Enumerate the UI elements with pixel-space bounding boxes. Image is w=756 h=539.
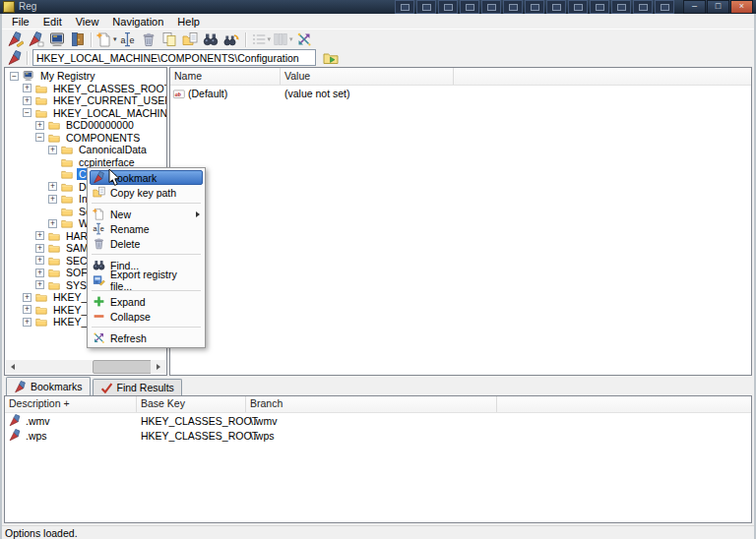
titlebar-tool-button[interactable] — [525, 0, 544, 14]
titlebar-tool-button[interactable] — [416, 0, 436, 14]
tree-toggle-plus[interactable]: + — [35, 269, 44, 277]
bookmark-row[interactable]: .wpsHKEY_CLASSES_ROOT\.wps — [5, 428, 751, 443]
tree-toggle-plus[interactable]: + — [23, 318, 32, 327]
tree-horizontal-scrollbar[interactable] — [6, 360, 165, 374]
dropdown-arrow-icon: ▾ — [268, 35, 272, 43]
tree-item-label: HKEY_LOCAL_MACHINE — [51, 107, 167, 119]
menu-navigation[interactable]: Navigation — [105, 16, 170, 28]
tree-item-hkey-current-user[interactable]: +HKEY_CURRENT_USER — [6, 94, 165, 107]
context-menu-export-registry-file[interactable]: Export registry file... — [90, 272, 203, 287]
column-header-value[interactable]: Value — [281, 68, 454, 85]
tree-toggle-plus[interactable]: + — [23, 293, 32, 302]
tree-toggle-plus[interactable]: + — [23, 305, 32, 314]
key-path-input[interactable] — [32, 49, 316, 66]
tree-toggle-minus[interactable]: − — [35, 133, 44, 142]
tool-icon — [487, 4, 496, 11]
tab-find-results[interactable]: Find Results — [93, 379, 182, 395]
rename-button[interactable]: ae — [118, 30, 139, 49]
columns-button[interactable]: ▾ — [272, 30, 294, 49]
copy-path-button[interactable] — [180, 30, 201, 49]
tree-toggle-plus[interactable]: + — [48, 195, 57, 204]
list-style-button[interactable]: ▾ — [250, 30, 273, 49]
exit-button[interactable] — [67, 30, 88, 49]
status-bar: Options loaded. — [2, 525, 754, 539]
titlebar-tool-button[interactable] — [611, 0, 631, 14]
minimize-button[interactable]: – — [683, 0, 706, 14]
menu-view[interactable]: View — [69, 16, 106, 28]
titlebar-tool-button[interactable] — [568, 0, 588, 14]
find-next-button[interactable] — [221, 30, 242, 49]
tree-item-components[interactable]: −COMPONENTS — [6, 132, 165, 145]
titlebar-tool-button[interactable] — [438, 0, 458, 14]
tree-toggle-plus[interactable]: + — [48, 182, 57, 191]
titlebar-tool-button[interactable] — [395, 0, 414, 14]
dart-icon — [93, 171, 105, 184]
maximize-icon: □ — [716, 1, 721, 11]
value-row[interactable]: ab(Default)(value not set) — [170, 86, 751, 101]
column-header-branch[interactable]: Branch — [246, 396, 497, 412]
refresh-button[interactable] — [294, 30, 315, 49]
column-header-base-key[interactable]: Base Key — [137, 396, 246, 412]
bookmark-row[interactable]: .wmvHKEY_CLASSES_ROOT\.wmv — [5, 413, 751, 428]
folder-icon — [47, 255, 61, 267]
menu-item-label: Refresh — [110, 332, 147, 344]
context-menu-rename[interactable]: aeRename — [90, 221, 203, 236]
context-menu-delete[interactable]: Delete — [90, 236, 203, 251]
copy-button[interactable] — [159, 30, 180, 49]
column-header-description[interactable]: Description + — [5, 396, 137, 412]
context-menu-new[interactable]: New — [90, 207, 203, 221]
tree-item-label: HKEY_CLASSES_ROOT — [51, 83, 167, 94]
tree-toggle-plus[interactable]: + — [35, 231, 44, 240]
tool-icon — [422, 4, 431, 11]
tree-toggle-plus[interactable]: + — [48, 146, 57, 154]
tree-item-bcd00000000[interactable]: +BCD00000000 — [6, 119, 165, 132]
tree-toggle-plus[interactable]: + — [35, 280, 44, 289]
tree-item-my-registry[interactable]: −My Registry — [6, 70, 165, 83]
tree-toggle-minus[interactable]: − — [10, 72, 19, 81]
close-button[interactable]: × — [730, 0, 753, 14]
context-menu-refresh[interactable]: Refresh — [90, 330, 203, 345]
tree-item-hkey-local-machine[interactable]: −HKEY_LOCAL_MACHINE — [6, 107, 165, 120]
edit-bookmarks-button[interactable] — [26, 30, 46, 49]
context-menu-collapse[interactable]: Collapse — [90, 309, 203, 324]
find-button[interactable] — [201, 30, 221, 49]
tree-item-hkey-classes-root[interactable]: +HKEY_CLASSES_ROOT — [6, 83, 165, 95]
titlebar-tool-button[interactable] — [633, 0, 653, 14]
registry-window-button[interactable] — [46, 30, 67, 49]
delete-button[interactable] — [139, 30, 159, 49]
context-menu-bookmark[interactable]: Bookmark — [90, 170, 203, 185]
titlebar-tool-button[interactable] — [655, 0, 674, 14]
list-style-icon — [251, 31, 267, 47]
tool-icon — [509, 4, 518, 11]
menu-file[interactable]: File — [5, 16, 36, 28]
context-menu-expand[interactable]: Expand — [90, 294, 203, 309]
tree-toggle-minus[interactable]: − — [23, 108, 32, 117]
column-header-name[interactable]: Name — [170, 68, 281, 85]
maximize-button[interactable]: □ — [707, 0, 729, 14]
new-key-button[interactable]: ▾ — [95, 30, 118, 49]
add-bookmark-button[interactable] — [5, 30, 26, 49]
tree-item-canonicaldata[interactable]: +CanonicalData — [6, 144, 165, 156]
tab-bookmarks[interactable]: Bookmarks — [6, 377, 91, 395]
copy-path-icon — [182, 31, 198, 47]
tree-toggle-plus[interactable]: + — [23, 84, 32, 92]
menu-edit[interactable]: Edit — [36, 16, 69, 28]
scroll-right-arrow[interactable] — [151, 360, 165, 374]
titlebar-tool-button[interactable] — [503, 0, 523, 14]
titlebar-tool-button[interactable] — [460, 0, 479, 14]
tree-toggle-plus[interactable]: + — [48, 219, 57, 228]
go-button[interactable] — [320, 48, 342, 67]
tree-toggle-plus[interactable]: + — [35, 256, 44, 265]
scroll-left-arrow[interactable] — [6, 360, 21, 374]
folder-icon — [47, 230, 61, 242]
titlebar-tool-button[interactable] — [590, 0, 609, 14]
titlebar-tool-button[interactable] — [481, 0, 501, 14]
menu-help[interactable]: Help — [170, 16, 207, 28]
tree-toggle-plus[interactable]: + — [23, 96, 32, 105]
folder-icon — [60, 144, 74, 155]
context-menu-copy-key-path[interactable]: Copy key path — [90, 185, 203, 200]
tree-toggle-plus[interactable]: + — [35, 121, 44, 130]
tree-toggle-plus[interactable]: + — [35, 244, 44, 253]
columns-icon — [273, 31, 288, 47]
titlebar-tool-button[interactable] — [546, 0, 566, 14]
